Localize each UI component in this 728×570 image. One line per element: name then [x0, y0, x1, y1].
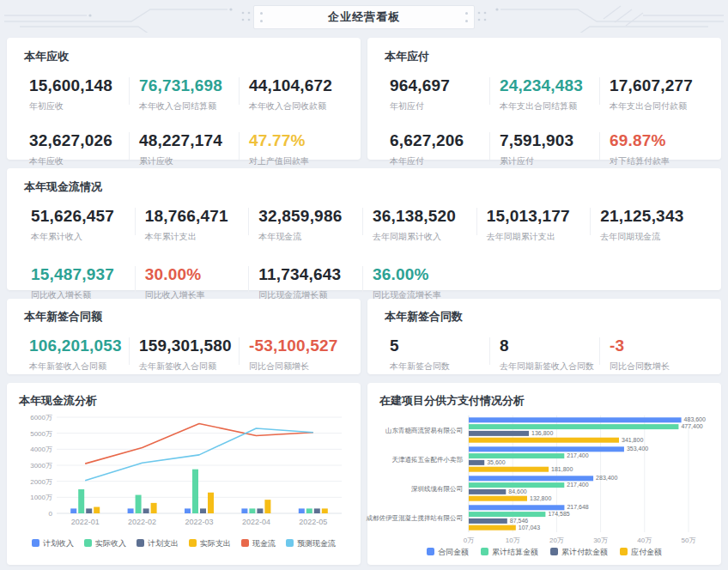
- x-axis-tick-label: 2022-01: [71, 518, 100, 526]
- payable-card: 本年应付 964,697年初应付24,234,483本年支出合同结算额17,60…: [367, 38, 721, 160]
- legend-swatch: [189, 539, 197, 547]
- legend-label: 实际收入: [95, 539, 126, 548]
- bar-实际支出: [94, 507, 100, 513]
- metric-value: 5: [390, 335, 484, 356]
- legend-item-应付金额[interactable]: 应付金额: [620, 548, 662, 556]
- metric-label: 同比收入增长额: [31, 289, 135, 301]
- bar-计划支出: [143, 508, 149, 513]
- legend-item-累计付款金额[interactable]: 累计付款金额: [550, 548, 608, 556]
- metric-label: 本年支出合同结算额: [500, 100, 594, 112]
- bar-累计结算金额: [469, 453, 564, 458]
- legend-label: 计划支出: [147, 539, 179, 548]
- kpi-row-1: 本年应收 15,600,148年初应收76,731,698本年收入合同结算额44…: [7, 38, 721, 160]
- legend-item-实际收入[interactable]: 实际收入: [84, 539, 126, 548]
- metric-value: 15,600,148: [29, 75, 124, 96]
- chart-row: 本年现金流分析 01000万2000万3000万4000万5000万6000万2…: [7, 383, 721, 565]
- y-axis-tick-label: 0: [49, 510, 53, 518]
- bar-计划收入: [185, 508, 191, 513]
- bar-应付金额: [469, 525, 516, 531]
- legend-swatch: [241, 539, 249, 547]
- contract-amount-card: 本年新签合同额 106,201,053本年新签收入合同额159,301,580去…: [7, 299, 361, 374]
- metric-label: 本年新签收入合同额: [29, 361, 124, 373]
- metric-value: 964,697: [390, 75, 484, 96]
- bar-value-label: 353,400: [627, 446, 648, 452]
- legend-item-实际支出[interactable]: 实际支出: [189, 539, 231, 548]
- metric-value: 32,859,986: [258, 205, 362, 227]
- cashflow-metrics: 51,626,457本年累计收入18,766,471本年累计支出32,859,9…: [24, 205, 704, 301]
- metric: 47.77%对上产值回款率: [249, 130, 343, 167]
- x-axis-tick-label: 20万: [549, 537, 564, 544]
- metric-value: 36,138,520: [373, 205, 476, 227]
- bar-合同金额: [469, 505, 564, 510]
- legend-label: 合同金额: [438, 548, 469, 556]
- bar-value-label: 283,400: [596, 475, 617, 481]
- metric-label: 对下结算付款率: [610, 155, 704, 167]
- legend-item-累计结算金额[interactable]: 累计结算金额: [481, 548, 538, 556]
- bar-value-label: 217,400: [567, 482, 588, 488]
- contract-amount-card-title: 本年新签合同额: [24, 309, 343, 324]
- metric-value: 24,234,483: [500, 75, 594, 96]
- metric-value: 159,301,580: [139, 335, 234, 356]
- bar-实际收入: [136, 495, 142, 513]
- bar-value-label: 341,800: [622, 437, 643, 443]
- title-left-dots-decoration: [260, 12, 263, 22]
- legend-swatch: [136, 539, 144, 547]
- metric: 106,201,053本年新签收入合同额: [29, 335, 124, 373]
- metric-value: 6,627,206: [390, 130, 484, 151]
- payable-card-title: 本年应付: [385, 49, 704, 64]
- metric-label: 去年同期累计支出: [487, 231, 591, 243]
- metric: 30.00%同比收入增长率: [145, 264, 249, 301]
- legend-item-现金流[interactable]: 现金流: [241, 539, 276, 548]
- bar-实际收入: [249, 508, 255, 513]
- page-title: 企业经营看板: [328, 9, 400, 25]
- metric: 7,591,903累计应付: [500, 130, 594, 167]
- x-axis-tick-label: 2022-03: [185, 518, 213, 526]
- contract-count-metrics: 5本年新签合同数8去年同期新签收入合同数-3同比合同数增长: [385, 335, 704, 373]
- bar-合同金额: [469, 417, 682, 422]
- legend-item-计划收入[interactable]: 计划收入: [32, 539, 74, 548]
- bar-实际支出: [151, 503, 157, 513]
- legend-swatch: [427, 548, 434, 555]
- metric-label: 对上产值回款率: [249, 155, 343, 167]
- bar-应付金额: [469, 467, 549, 472]
- bar-value-label: 136,800: [531, 430, 553, 436]
- bar-实际支出: [322, 508, 328, 513]
- bar-计划支出: [86, 508, 92, 513]
- legend-label: 计划收入: [42, 539, 74, 548]
- x-axis-tick-label: 2022-05: [299, 518, 327, 526]
- kpi-row-2: 本年现金流情况 51,626,457本年累计收入18,766,471本年累计支出…: [7, 168, 721, 290]
- metric-value: 15,013,177: [487, 205, 591, 227]
- metric: 36.00%同比现金流增长率: [373, 264, 476, 301]
- legend-item-合同金额[interactable]: 合同金额: [427, 548, 469, 556]
- legend-item-计划支出[interactable]: 计划支出: [136, 539, 179, 548]
- bar-累计结算金额: [469, 482, 564, 488]
- metric-label: 累计应付: [500, 155, 594, 167]
- x-axis-tick-label: 40万: [637, 537, 652, 544]
- metric-value: 17,607,277: [610, 75, 704, 96]
- legend-item-预测现金流[interactable]: 预测现金流: [286, 539, 336, 548]
- metric: 159,301,580去年新签收入合同额: [139, 335, 234, 373]
- cashflow-card: 本年现金流情况 51,626,457本年累计收入18,766,471本年累计支出…: [7, 168, 721, 290]
- metric-value: 18,766,471: [145, 205, 249, 227]
- receivable-card: 本年应收 15,600,148年初应收76,731,698本年收入合同结算额44…: [7, 38, 361, 160]
- bar-应付金额: [469, 438, 619, 443]
- supplier-payment-chart-title: 在建项目分供方支付情况分析: [379, 393, 709, 409]
- legend-label: 应付金额: [631, 548, 662, 556]
- cashflow-card-title: 本年现金流情况: [24, 179, 704, 195]
- legend-swatch: [550, 548, 558, 555]
- bar-累计付款金额: [469, 460, 484, 465]
- y-axis-tick-label: 4000万: [30, 446, 52, 453]
- x-axis-tick-label: 0万: [464, 537, 474, 544]
- metric: 6,627,206本年应付: [390, 130, 484, 167]
- metric-label: 本年支出合同付款额: [610, 100, 704, 112]
- receivable-metrics: 15,600,148年初应收76,731,698本年收入合同结算额44,104,…: [24, 75, 343, 167]
- metric-value: 30.00%: [145, 264, 249, 285]
- kpi-row-3: 本年新签合同额 106,201,053本年新签收入合同额159,301,580去…: [7, 299, 721, 374]
- y-axis-tick-label: 3000万: [30, 462, 52, 470]
- cashflow-analysis-card: 本年现金流分析 01000万2000万3000万4000万5000万6000万2…: [7, 383, 361, 565]
- metric-label: 年初应付: [390, 100, 484, 112]
- dashboard-title-box: 企业经营看板: [253, 5, 475, 29]
- bar-value-label: 217,648: [567, 504, 588, 510]
- metric: 15,487,937同比收入增长额: [31, 264, 135, 301]
- metric-label: 同比现金流增长率: [373, 289, 476, 301]
